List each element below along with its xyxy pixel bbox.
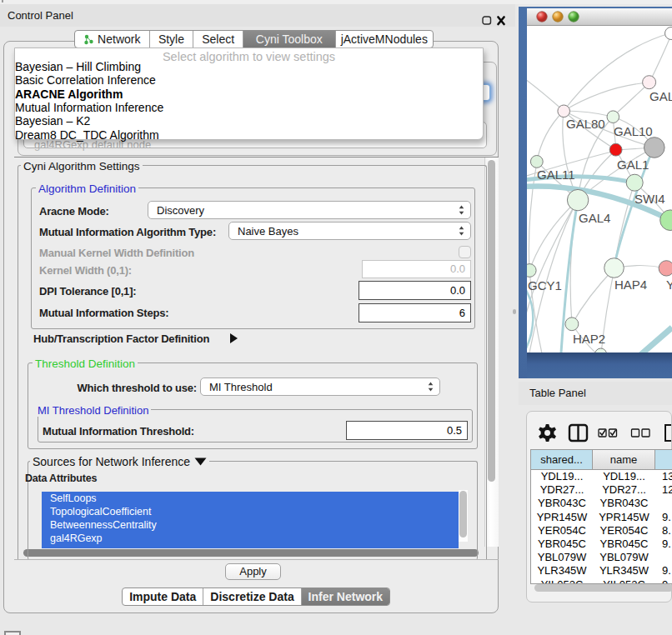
svg-text:GAL11: GAL11 <box>537 168 575 182</box>
svg-text:Y: Y <box>666 278 672 292</box>
svg-text:HAP2: HAP2 <box>573 332 605 346</box>
svg-text:HAP4: HAP4 <box>614 278 647 292</box>
svg-text:GAL10: GAL10 <box>614 124 653 138</box>
svg-text:GAL4: GAL4 <box>579 211 610 225</box>
svg-text:GCY1: GCY1 <box>528 278 562 292</box>
svg-text:GAL1: GAL1 <box>617 158 649 172</box>
svg-text:GAL7: GAL7 <box>649 89 672 103</box>
svg-text:SWI4: SWI4 <box>634 192 665 206</box>
svg-text:GAL80: GAL80 <box>566 117 605 131</box>
